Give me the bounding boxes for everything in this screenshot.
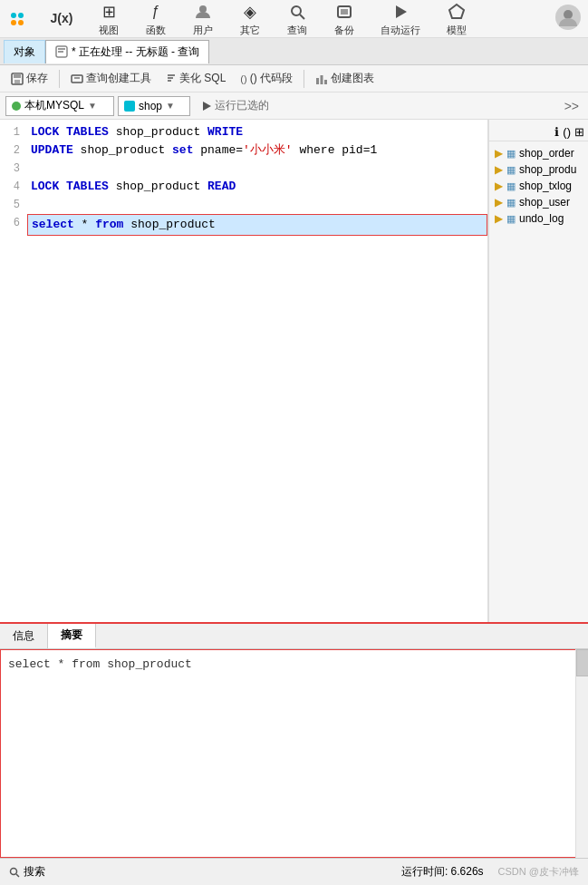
table-icon-shop-product: ▦ xyxy=(506,164,516,176)
line-content-3 xyxy=(27,160,487,178)
toolbar-view[interactable]: ⊞ 视图 xyxy=(92,0,125,39)
main-content: 1 LOCK TABLES shop_product WRITE 2 UPDAT… xyxy=(0,120,588,627)
chart-icon xyxy=(315,73,328,85)
bottom-tab-summary[interactable]: 摘要 xyxy=(48,624,96,648)
run-label: 运行已选的 xyxy=(215,98,269,113)
tree-item-shop-product[interactable]: ▶ ▦ shop_produ xyxy=(489,161,588,178)
bottom-tab-info-label: 信息 xyxy=(13,628,34,644)
toolbar-model[interactable]: 模型 xyxy=(440,0,473,39)
svg-marker-9 xyxy=(396,5,407,18)
editor-line-3: 3 xyxy=(0,160,487,178)
tab-objects[interactable]: 对象 xyxy=(4,40,45,63)
tree-item-shop-order[interactable]: ▶ ▦ shop_order xyxy=(489,145,588,161)
folder-icon-shop-order: ▶ xyxy=(495,147,503,160)
svg-point-4 xyxy=(199,5,207,13)
tab-objects-label: 对象 xyxy=(14,44,35,60)
tree-item-undo-log[interactable]: ▶ ▦ undo_log xyxy=(489,210,588,227)
scrollbar-thumb[interactable] xyxy=(576,649,588,676)
editor-line-2: 2 UPDATE shop_product set pname='小小米' wh… xyxy=(0,141,487,160)
svg-point-25 xyxy=(11,868,17,874)
bottom-query-display: select * from shop_product xyxy=(8,657,192,671)
beautify-label: 美化 SQL xyxy=(179,71,226,86)
query-builder-icon xyxy=(71,73,83,85)
connection-arrow-icon: ▼ xyxy=(88,101,97,111)
bottom-section: 信息 摘要 select * from shop_product xyxy=(0,622,588,858)
beautify-button[interactable]: 美化 SQL xyxy=(160,69,231,88)
editor-line-4: 4 LOCK TABLES shop_product READ xyxy=(0,178,487,196)
user-icon xyxy=(192,1,214,23)
backup-icon xyxy=(333,1,355,23)
autorun-icon xyxy=(390,1,411,23)
schema-icon xyxy=(124,101,135,112)
toolbar-jx[interactable]: J(x) xyxy=(45,5,78,32)
beautify-icon xyxy=(166,73,177,84)
save-button[interactable]: 保存 xyxy=(5,69,53,88)
line-num-6: 6 xyxy=(0,214,27,232)
info-icon[interactable]: ℹ xyxy=(554,125,559,139)
svg-line-6 xyxy=(300,15,304,19)
toolbar-function[interactable]: ƒ 函数 xyxy=(140,0,172,39)
svg-marker-24 xyxy=(203,102,211,111)
tree-item-shop-txlog[interactable]: ▶ ▦ shop_txlog xyxy=(489,178,588,194)
svg-point-2 xyxy=(11,20,16,25)
query-builder-label: 查询创建工具 xyxy=(86,71,151,86)
tree-item-shop-user[interactable]: ▶ ▦ shop_user xyxy=(489,194,588,210)
svg-rect-19 xyxy=(72,75,82,83)
search-area[interactable]: 搜索 xyxy=(9,864,45,880)
folder-icon-undo-log: ▶ xyxy=(495,212,503,225)
code-snippet-button[interactable]: () () 代码段 xyxy=(235,69,298,88)
toolbar-query[interactable]: 查询 xyxy=(281,0,313,39)
toolbar-other[interactable]: ◈ 其它 xyxy=(234,0,266,39)
editor-content[interactable]: 1 LOCK TABLES shop_product WRITE 2 UPDAT… xyxy=(0,120,487,239)
folder-icon-shop-txlog: ▶ xyxy=(495,180,503,192)
editor-panel[interactable]: 1 LOCK TABLES shop_product WRITE 2 UPDAT… xyxy=(0,120,488,627)
svg-point-5 xyxy=(292,6,301,15)
query-builder-button[interactable]: 查询创建工具 xyxy=(65,69,157,88)
code-snippet-icon: () xyxy=(240,73,246,84)
watermark-label: CSDN @皮卡冲锋 xyxy=(498,865,579,879)
schema-select[interactable]: shop ▼ xyxy=(118,96,190,116)
folder-icon-shop-user: ▶ xyxy=(495,196,503,209)
toolbar-query-label: 查询 xyxy=(287,24,307,37)
schema-label: shop xyxy=(139,100,162,112)
expand-button[interactable]: >> xyxy=(561,99,583,113)
toolbar-autorun-label: 自动运行 xyxy=(381,24,420,37)
bottom-scrollbar[interactable] xyxy=(575,649,588,858)
grid-icon[interactable]: ⊞ xyxy=(574,125,584,139)
toolbar-autorun[interactable]: 自动运行 xyxy=(375,0,426,39)
tree-label-shop-product: shop_produ xyxy=(519,163,576,176)
right-top-icons: ℹ () ⊞ xyxy=(489,123,588,141)
svg-rect-22 xyxy=(321,75,323,84)
toolbar-backup[interactable]: 备份 xyxy=(328,0,361,39)
run-selected-button[interactable]: 运行已选的 xyxy=(194,96,276,115)
toolbar-function-label: 函数 xyxy=(146,24,166,37)
query-tab-icon xyxy=(55,45,68,58)
svg-marker-10 xyxy=(449,5,464,18)
tree-label-undo-log: undo_log xyxy=(519,212,564,225)
run-icon xyxy=(201,101,212,112)
line-content-5 xyxy=(27,196,487,214)
table-icon-shop-txlog: ▦ xyxy=(506,180,516,192)
expand-icon: >> xyxy=(564,99,579,113)
line-content-4: LOCK TABLES shop_product READ xyxy=(27,178,487,196)
action-toolbar: 保存 查询创建工具 美化 SQL () () 代码段 创建图表 xyxy=(0,65,588,92)
svg-rect-18 xyxy=(14,80,20,83)
toolbar-model-label: 模型 xyxy=(447,24,467,37)
top-toolbar: J(x) ⊞ 视图 ƒ 函数 用户 ◈ 其它 查询 xyxy=(0,0,588,38)
model-icon xyxy=(446,1,468,23)
line-content-6: select * from shop_product xyxy=(27,214,487,236)
svg-point-1 xyxy=(18,13,24,18)
tab-bar: 对象 * 正在处理 -- 无标题 - 查询 xyxy=(0,38,588,65)
connection-select[interactable]: 本机MYSQL ▼ xyxy=(5,96,114,116)
other-icon: ◈ xyxy=(239,1,261,23)
status-right: 运行时间: 6.626s CSDN @皮卡冲锋 xyxy=(401,864,579,880)
bottom-tab-info[interactable]: 信息 xyxy=(0,624,48,648)
parenthesis-icon[interactable]: () xyxy=(563,125,571,139)
query-bar: 本机MYSQL ▼ shop ▼ 运行已选的 >> xyxy=(0,92,588,120)
create-chart-button[interactable]: 创建图表 xyxy=(310,69,380,88)
tab-query[interactable]: * 正在处理 -- 无标题 - 查询 xyxy=(45,40,209,63)
right-panel: ℹ () ⊞ ▶ ▦ shop_order ▶ ▦ shop_produ ▶ ▦… xyxy=(488,120,588,627)
toolbar-user[interactable]: 用户 xyxy=(187,0,219,39)
line-num-5: 5 xyxy=(0,196,27,214)
bottom-query-text: select * from shop_product xyxy=(0,649,588,858)
